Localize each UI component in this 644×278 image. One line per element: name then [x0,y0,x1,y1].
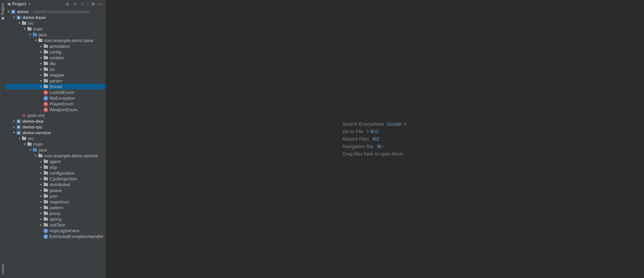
tree-item[interactable]: ▸EWeaponEnum [5,107,106,113]
project-tree[interactable]: ▾▦demo~/ideaProjects/personal/demo▾▦demo… [5,8,106,278]
expand-arrow-right-icon[interactable]: ▸ [39,45,43,48]
expand-arrow-right-icon[interactable]: ▸ [39,166,43,169]
tree-item[interactable]: ▸CExtGlobalExceptionHandler [5,234,106,239]
expand-arrow-right-icon[interactable]: ▸ [39,189,43,192]
tree-item[interactable]: ▸guava [5,187,106,193]
expand-all-icon[interactable]: ≡ [72,1,78,7]
expand-arrow-right-icon[interactable]: ▸ [39,62,43,65]
tree-item[interactable]: ▸aop [5,164,106,170]
expand-arrow-down-icon[interactable]: ▾ [29,148,32,152]
tree-item[interactable]: ▸configuration [5,170,106,176]
expand-arrow-right-icon[interactable]: ▸ [39,223,43,227]
expand-arrow-right-icon[interactable]: ▸ [39,56,43,60]
project-panel-header: ▣ Project ▾ ◎ ≡ ÷ ⚙ — [5,0,106,8]
tree-item[interactable]: ▾src [5,136,106,141]
expand-arrow-right-icon[interactable]: ▸ [39,74,43,77]
tree-item[interactable]: ▾main [5,141,106,147]
expand-arrow-right-icon[interactable]: ▸ [39,212,43,215]
expand-arrow-right-icon[interactable]: ▸ [39,183,43,186]
tree-item[interactable]: ▾▦demo-base [5,15,106,20]
expand-arrow-right-icon[interactable]: ▸ [39,206,43,210]
tree-item[interactable]: ▾▦demo-service [5,130,106,136]
collapse-all-icon[interactable]: ÷ [79,1,86,7]
tree-item[interactable]: ▾java [5,147,106,153]
tree-item[interactable]: ▾src [5,20,106,26]
class-icon: C [43,234,48,239]
package-icon [43,67,48,72]
tree-item[interactable]: ▸agent [5,159,106,164]
package-icon [43,171,48,176]
tree-item[interactable]: ▸json [5,193,106,199]
tree-item[interactable]: ▸dto [5,61,106,66]
tree-item[interactable]: ▸mpom.xml [5,113,106,118]
expand-arrow-down-icon[interactable]: ▾ [12,131,16,135]
tree-item[interactable]: ▾com.example.demo.service [5,153,106,159]
expand-arrow-right-icon[interactable]: ▸ [39,160,43,163]
tree-item[interactable]: ▸CycleInjection [5,176,106,182]
package-icon [43,50,48,55]
gear-icon[interactable]: ⚙ [90,1,96,7]
expand-arrow-down-icon[interactable]: ▾ [34,39,37,42]
expand-arrow-down-icon[interactable]: ▾ [18,137,21,140]
package-icon [43,84,48,89]
tree-item[interactable]: ▸▦demo-dao [5,118,106,124]
expand-arrow-right-icon[interactable]: ▸ [39,79,43,83]
tree-item[interactable]: ▸mapstruct [5,199,106,205]
expand-arrow-right-icon[interactable]: ▸ [39,85,43,88]
tree-item-label: src [28,20,34,26]
expand-arrow-right-icon[interactable]: ▸ [39,172,43,175]
tree-item[interactable]: ▸spring [5,216,106,222]
tree-item[interactable]: ▸CAopLogService [5,228,106,234]
folder-icon [27,142,32,147]
expand-arrow-down-icon[interactable]: ▾ [7,10,10,14]
folder-icon [22,21,26,26]
tree-item[interactable]: ▸annotation [5,43,106,49]
target-icon[interactable]: ◎ [64,1,71,7]
tree-item[interactable]: ▾java [5,32,106,38]
tree-item[interactable]: ▸proxy [5,211,106,216]
expand-arrow-down-icon[interactable]: ▾ [23,143,26,146]
enum-class-icon: E [43,102,48,106]
tree-item[interactable]: ▸unitTest [5,222,106,228]
expand-arrow-right-icon[interactable]: ▸ [39,177,43,181]
tree-item[interactable]: ▸param [5,78,106,84]
tree-item[interactable]: ▸ioc [5,66,106,72]
tree-item[interactable]: ▾▦demo~/ideaProjects/personal/demo [5,9,106,15]
expand-arrow-down-icon[interactable]: ▾ [29,33,32,37]
editor-area[interactable]: Search EverywhereDouble ⇧Go to File⇧⌘ORe… [106,0,644,278]
tree-item[interactable]: ▸ELockIdEnum [5,90,106,95]
tree-item-label: pom.xml [28,113,44,118]
tree-item-label: json [50,193,58,199]
expand-arrow-right-icon[interactable]: ▸ [12,120,16,123]
tree-item-label: proxy [50,211,60,216]
minimize-icon[interactable]: — [97,1,103,7]
tree-item[interactable]: ▸thread [5,84,106,90]
expand-arrow-right-icon[interactable]: ▸ [39,51,43,54]
sidebar-tab-structure[interactable]: ucture [1,263,5,276]
expand-arrow-down-icon[interactable]: ▾ [23,27,26,31]
expand-arrow-right-icon[interactable]: ▸ [39,200,43,204]
expand-arrow-right-icon[interactable]: ▸ [39,218,43,221]
tree-item[interactable]: ▾com.example.demo.base [5,38,106,43]
enum-class-icon: E [43,90,48,95]
tree-item[interactable]: ▸▦demo-rpc [5,124,106,130]
chevron-down-icon: ▾ [29,2,31,6]
tree-item[interactable]: ▸mapper [5,72,106,78]
tree-item[interactable]: ▸context [5,55,106,61]
expand-arrow-down-icon[interactable]: ▾ [12,16,16,19]
tree-item-label: MyException [50,95,75,101]
tree-item-label: thread [50,84,62,90]
tree-item[interactable]: ▸EPlayerEnum [5,101,106,107]
expand-arrow-down-icon[interactable]: ▾ [18,22,21,25]
expand-arrow-right-icon[interactable]: ▸ [39,195,43,198]
tree-item[interactable]: ▸config [5,49,106,55]
project-panel-title-section[interactable]: ▣ Project ▾ [7,2,63,6]
tree-item[interactable]: ▸pattern [5,205,106,211]
expand-arrow-right-icon[interactable]: ▸ [12,125,16,129]
tree-item[interactable]: ▾main [5,26,106,32]
tree-item[interactable]: ▸CMyException [5,95,106,101]
sidebar-tab-project[interactable]: ▣ Project [0,2,5,22]
tree-item[interactable]: ▸distributed [5,182,106,187]
expand-arrow-down-icon[interactable]: ▾ [34,154,37,158]
expand-arrow-right-icon[interactable]: ▸ [39,68,43,71]
